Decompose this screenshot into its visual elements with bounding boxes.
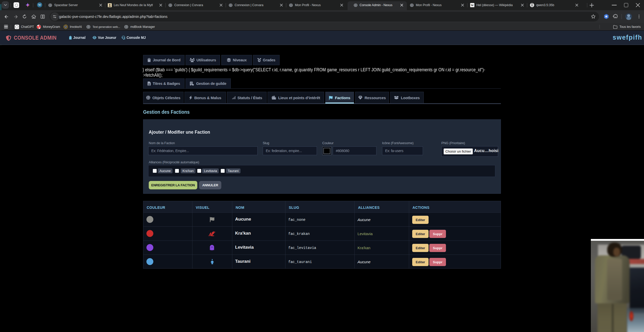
svg-text:W: W: [38, 3, 41, 7]
svg-text:W: W: [471, 4, 474, 7]
